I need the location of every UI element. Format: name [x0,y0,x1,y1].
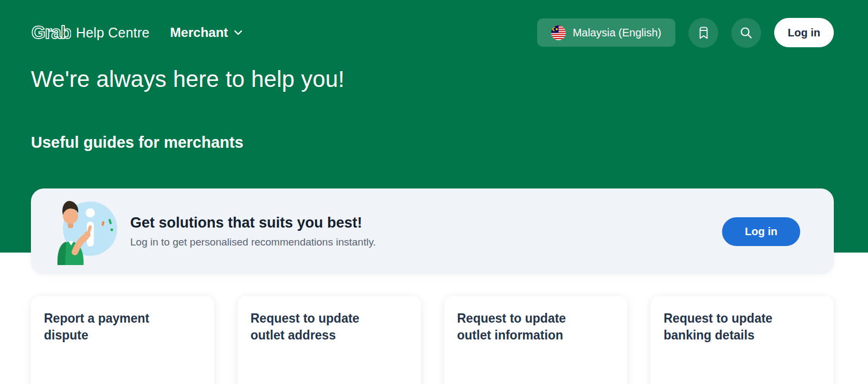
search-button[interactable] [731,18,761,48]
banner-login-button[interactable]: Log in [722,217,800,246]
malaysia-flag-icon [551,26,566,40]
banner-subtitle: Log in to get personalised recommendatio… [130,236,376,248]
banner-text: Get solutions that suits you best! Log i… [130,215,376,248]
saved-articles-button[interactable] [688,18,718,48]
merchant-dropdown[interactable]: Merchant [170,25,243,40]
login-button-label: Log in [788,27,820,39]
guide-cards-row: Report a payment dispute Request to upda… [31,296,834,384]
card-report-payment-dispute[interactable]: Report a payment dispute [31,296,214,384]
grab-logo-icon: Grab [31,22,71,43]
card-update-outlet-information[interactable]: Request to update outlet information [444,296,628,384]
card-title: Request to update outlet address [251,310,387,344]
bookmark-icon [698,26,710,40]
grab-logo-text: Grab [31,22,71,42]
banner-login-label: Log in [745,225,777,238]
card-title: Report a payment dispute [44,310,181,344]
language-selector-label: Malaysia (English) [573,27,661,39]
card-title: Request to update banking details [663,310,800,344]
merchant-dropdown-label: Merchant [170,25,228,40]
header-actions: Malaysia (English) Log in [537,18,834,48]
section-heading: Useful guides for merchants [31,134,834,152]
header-bar: Grab Help Centre Merchant [31,0,834,48]
card-update-outlet-address[interactable]: Request to update outlet address [238,296,421,384]
search-icon [739,26,753,40]
card-title: Request to update outlet information [457,310,594,344]
card-update-banking-details[interactable]: Request to update banking details [650,296,834,384]
grab-logo[interactable]: Grab Help Centre [31,22,150,43]
page-title: We're always here to help you! [31,66,834,92]
help-centre-label: Help Centre [76,25,150,41]
login-button[interactable]: Log in [774,18,834,47]
login-promo-banner: Get solutions that suits you best! Log i… [31,188,834,274]
banner-title: Get solutions that suits you best! [130,215,376,231]
chevron-down-icon [234,30,242,35]
language-selector[interactable]: Malaysia (English) [537,18,675,47]
helper-illustration [49,198,118,265]
